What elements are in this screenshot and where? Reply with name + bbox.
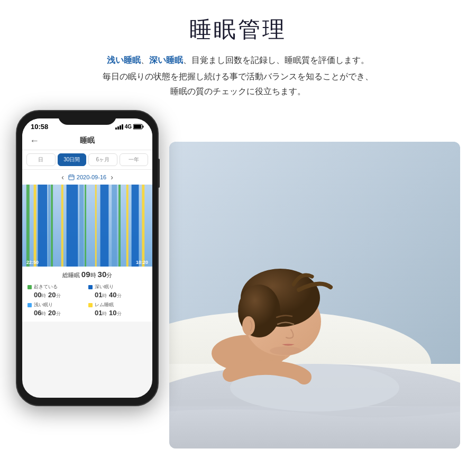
sleep-total: 総睡眠 09時 30分 bbox=[22, 267, 152, 281]
tab-bar: 日 30日間 6ヶ月 一年 bbox=[22, 150, 152, 170]
sleeping-person-illustration bbox=[169, 142, 460, 448]
phone-screen: 10:58 4G bbox=[22, 118, 152, 398]
svg-rect-9 bbox=[51, 185, 53, 267]
light-color-dot bbox=[28, 303, 32, 307]
signal-bar-2 bbox=[117, 126, 119, 130]
total-sleep-minutes: 30 bbox=[98, 270, 107, 279]
tab-day[interactable]: 日 bbox=[26, 153, 56, 166]
desc-line1: 浅い睡眠、深い睡眠、目覚まし回数を記録し、睡眠質を評価します。 bbox=[32, 53, 444, 68]
svg-rect-23 bbox=[112, 185, 117, 267]
svg-rect-8 bbox=[26, 185, 30, 267]
svg-rect-22 bbox=[79, 185, 84, 267]
svg-rect-17 bbox=[38, 185, 48, 267]
total-sleep-minutes-unit: 分 bbox=[106, 272, 112, 278]
date-prev-arrow[interactable]: ‹ bbox=[61, 173, 64, 181]
svg-rect-14 bbox=[95, 185, 97, 267]
back-arrow[interactable]: ← bbox=[30, 135, 39, 147]
total-sleep-label: 総睡眠 bbox=[62, 272, 80, 278]
awake-color-dot bbox=[28, 285, 32, 289]
highlight-deep: 深い睡眠 bbox=[149, 56, 183, 65]
svg-point-35 bbox=[242, 316, 255, 335]
tab-6months[interactable]: 6ヶ月 bbox=[88, 153, 117, 166]
svg-rect-13 bbox=[61, 185, 63, 267]
sleep-item-rem: レム睡眠 01時 10分 bbox=[88, 301, 147, 317]
svg-point-36 bbox=[270, 346, 301, 355]
title-section: 睡眠管理 bbox=[0, 0, 476, 53]
signal-bar-4 bbox=[122, 124, 123, 130]
total-sleep-hours: 09 bbox=[81, 270, 90, 279]
signal-bar-3 bbox=[120, 125, 121, 130]
sleep-item-awake: 起きている 00時 20分 bbox=[28, 283, 86, 299]
tab-1year[interactable]: 一年 bbox=[120, 153, 149, 166]
sleep-item-light: 浅い眠り 06時 20分 bbox=[28, 301, 86, 317]
svg-rect-18 bbox=[67, 185, 78, 267]
person-photo bbox=[169, 142, 460, 448]
status-time: 10:58 bbox=[31, 123, 48, 131]
sleep-item-deep-value: 01時 40分 bbox=[88, 291, 147, 299]
chart-start-time: 22:50 bbox=[26, 260, 39, 265]
total-sleep-hours-unit: 時 bbox=[90, 272, 96, 278]
status-icons: 4G bbox=[115, 124, 144, 130]
svg-rect-1 bbox=[143, 126, 144, 128]
signal-bars bbox=[115, 124, 123, 130]
deep-color-dot bbox=[88, 285, 93, 289]
sleep-item-light-value: 06時 20分 bbox=[28, 309, 86, 317]
sleep-item-rem-value: 01時 10分 bbox=[88, 309, 147, 317]
svg-rect-3 bbox=[69, 175, 74, 180]
phone-frame: 10:58 4G bbox=[16, 110, 159, 406]
tab-30days[interactable]: 30日間 bbox=[58, 153, 87, 166]
desc-line2: 毎日の眠りの状態を把握し続ける事で活動バランスを知ることができ、 bbox=[32, 69, 444, 85]
svg-rect-2 bbox=[134, 125, 141, 129]
page-title: 睡眠管理 bbox=[0, 15, 476, 44]
date-next-arrow[interactable]: › bbox=[111, 173, 113, 181]
svg-rect-19 bbox=[100, 185, 109, 267]
desc-comma1: 、 bbox=[141, 56, 149, 65]
sleep-item-rem-label: レム睡眠 bbox=[88, 301, 147, 308]
svg-rect-15 bbox=[126, 185, 129, 267]
sleep-item-awake-label: 起きている bbox=[28, 283, 86, 290]
svg-rect-11 bbox=[118, 185, 121, 267]
sleeping-scene bbox=[169, 142, 460, 448]
svg-rect-10 bbox=[85, 185, 86, 267]
battery-icon bbox=[133, 124, 144, 130]
app-header: ← 睡眠 bbox=[22, 133, 152, 150]
sleep-item-awake-value: 00時 20分 bbox=[28, 291, 86, 299]
phone-notch bbox=[58, 111, 116, 125]
network-label: 4G bbox=[125, 124, 132, 130]
highlight-shallow: 浅い睡眠 bbox=[107, 56, 141, 65]
svg-rect-12 bbox=[34, 185, 36, 267]
svg-rect-21 bbox=[48, 185, 50, 267]
sleep-chart: 22:50 10:20 bbox=[22, 185, 152, 267]
desc-line1-post: 、目覚まし回数を記録し、睡眠質を評価します。 bbox=[183, 56, 369, 65]
svg-rect-20 bbox=[132, 185, 139, 267]
rem-color-dot bbox=[88, 303, 93, 307]
app-header-title: 睡眠 bbox=[80, 136, 95, 145]
sleep-item-deep: 深い眠り 01時 40分 bbox=[88, 283, 147, 299]
sleep-chart-svg bbox=[22, 185, 152, 267]
calendar-icon bbox=[68, 174, 75, 180]
desc-line3: 睡眠の質のチェックに役立ちます。 bbox=[32, 84, 444, 99]
svg-rect-16 bbox=[142, 185, 144, 267]
sleep-item-deep-label: 深い眠り bbox=[88, 283, 147, 290]
date-display: 2020-09-16 bbox=[68, 174, 106, 180]
sleep-grid: 起きている 00時 20分 深い眠り bbox=[22, 281, 152, 322]
date-nav: ‹ 2020-09-16 › bbox=[22, 170, 152, 185]
page-wrapper: 睡眠管理 浅い睡眠、深い睡眠、目覚まし回数を記録し、睡眠質を評価します。 毎日の… bbox=[0, 0, 476, 476]
phone-container: 10:58 4G bbox=[16, 110, 169, 406]
description-section: 浅い睡眠、深い睡眠、目覚まし回数を記録し、睡眠質を評価します。 毎日の眠りの状態… bbox=[0, 53, 476, 110]
signal-bar-1 bbox=[115, 127, 117, 130]
date-value: 2020-09-16 bbox=[77, 174, 106, 180]
chart-end-time: 10:20 bbox=[136, 260, 148, 265]
sleep-item-light-label: 浅い眠り bbox=[28, 301, 86, 308]
main-content: 10:58 4G bbox=[0, 110, 476, 448]
